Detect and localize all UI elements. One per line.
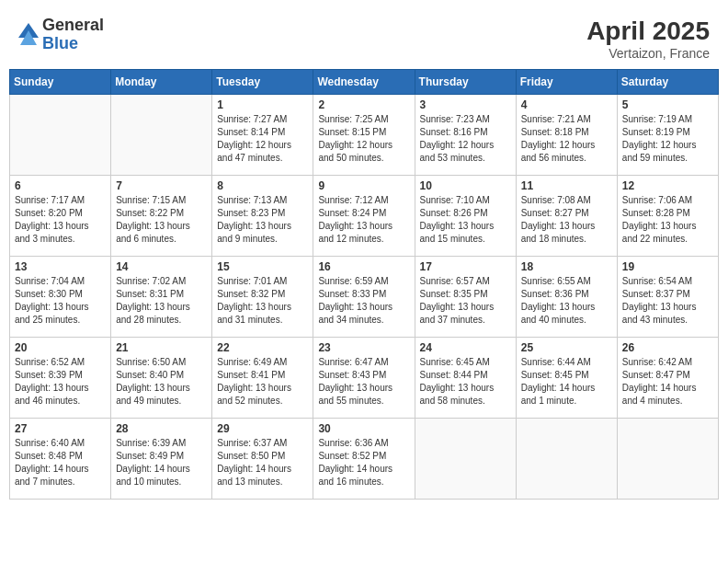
day-detail: Sunrise: 7:25 AMSunset: 8:15 PMDaylight:… [318, 113, 409, 165]
calendar-cell: 1Sunrise: 7:27 AMSunset: 8:14 PMDaylight… [212, 95, 313, 176]
day-number: 2 [318, 98, 409, 111]
day-number: 26 [622, 341, 713, 354]
day-number: 6 [15, 179, 106, 192]
day-detail: Sunrise: 7:21 AMSunset: 8:18 PMDaylight:… [521, 113, 612, 165]
calendar-cell: 16Sunrise: 6:59 AMSunset: 8:33 PMDayligh… [313, 257, 415, 338]
calendar-cell [617, 419, 718, 500]
day-number: 15 [217, 260, 308, 273]
calendar-cell [415, 419, 516, 500]
title-block: April 2025 Vertaizon, France [586, 17, 710, 61]
day-number: 20 [15, 341, 106, 354]
weekday-header-wednesday: Wednesday [313, 70, 415, 95]
day-number: 4 [521, 98, 612, 111]
day-number: 13 [15, 260, 106, 273]
calendar-cell: 20Sunrise: 6:52 AMSunset: 8:39 PMDayligh… [10, 338, 111, 419]
day-detail: Sunrise: 6:52 AMSunset: 8:39 PMDaylight:… [15, 356, 106, 408]
day-number: 21 [116, 341, 207, 354]
day-number: 12 [622, 179, 713, 192]
day-detail: Sunrise: 7:23 AMSunset: 8:16 PMDaylight:… [420, 113, 511, 165]
calendar-week-3: 13Sunrise: 7:04 AMSunset: 8:30 PMDayligh… [10, 257, 719, 338]
day-detail: Sunrise: 7:06 AMSunset: 8:28 PMDaylight:… [622, 194, 713, 246]
calendar-table: SundayMondayTuesdayWednesdayThursdayFrid… [9, 69, 719, 500]
day-detail: Sunrise: 6:55 AMSunset: 8:36 PMDaylight:… [521, 275, 612, 327]
calendar-cell [516, 419, 617, 500]
day-detail: Sunrise: 6:45 AMSunset: 8:44 PMDaylight:… [420, 356, 511, 408]
weekday-header-saturday: Saturday [617, 70, 718, 95]
day-detail: Sunrise: 6:50 AMSunset: 8:40 PMDaylight:… [116, 356, 207, 408]
day-detail: Sunrise: 7:08 AMSunset: 8:27 PMDaylight:… [521, 194, 612, 246]
day-number: 8 [217, 179, 308, 192]
day-number: 16 [318, 260, 409, 273]
calendar-cell: 7Sunrise: 7:15 AMSunset: 8:22 PMDaylight… [111, 176, 212, 257]
day-number: 19 [622, 260, 713, 273]
day-detail: Sunrise: 7:19 AMSunset: 8:19 PMDaylight:… [622, 113, 713, 165]
calendar-header-row: SundayMondayTuesdayWednesdayThursdayFrid… [10, 70, 719, 95]
day-detail: Sunrise: 6:49 AMSunset: 8:41 PMDaylight:… [217, 356, 308, 408]
calendar-cell: 24Sunrise: 6:45 AMSunset: 8:44 PMDayligh… [415, 338, 516, 419]
calendar-cell: 9Sunrise: 7:12 AMSunset: 8:24 PMDaylight… [313, 176, 415, 257]
day-number: 14 [116, 260, 207, 273]
calendar-cell: 10Sunrise: 7:10 AMSunset: 8:26 PMDayligh… [415, 176, 516, 257]
location-subtitle: Vertaizon, France [586, 46, 710, 61]
month-year-title: April 2025 [586, 17, 710, 46]
calendar-cell: 4Sunrise: 7:21 AMSunset: 8:18 PMDaylight… [516, 95, 617, 176]
day-number: 11 [521, 179, 612, 192]
day-detail: Sunrise: 7:15 AMSunset: 8:22 PMDaylight:… [116, 194, 207, 246]
day-detail: Sunrise: 6:37 AMSunset: 8:50 PMDaylight:… [217, 437, 308, 488]
day-number: 18 [521, 260, 612, 273]
calendar-cell: 18Sunrise: 6:55 AMSunset: 8:36 PMDayligh… [516, 257, 617, 338]
calendar-week-1: 1Sunrise: 7:27 AMSunset: 8:14 PMDaylight… [10, 95, 719, 176]
day-number: 3 [420, 98, 511, 111]
day-number: 1 [217, 98, 308, 111]
day-detail: Sunrise: 7:12 AMSunset: 8:24 PMDaylight:… [318, 194, 409, 246]
calendar-cell: 11Sunrise: 7:08 AMSunset: 8:27 PMDayligh… [516, 176, 617, 257]
day-number: 9 [318, 179, 409, 192]
day-detail: Sunrise: 7:13 AMSunset: 8:23 PMDaylight:… [217, 194, 308, 246]
calendar-cell [111, 95, 212, 176]
logo-text: General Blue [42, 17, 104, 53]
calendar-cell: 30Sunrise: 6:36 AMSunset: 8:52 PMDayligh… [313, 419, 415, 500]
day-detail: Sunrise: 6:47 AMSunset: 8:43 PMDaylight:… [318, 356, 409, 408]
day-detail: Sunrise: 7:04 AMSunset: 8:30 PMDaylight:… [15, 275, 106, 327]
calendar-cell: 12Sunrise: 7:06 AMSunset: 8:28 PMDayligh… [617, 176, 718, 257]
calendar-cell: 5Sunrise: 7:19 AMSunset: 8:19 PMDaylight… [617, 95, 718, 176]
calendar-week-5: 27Sunrise: 6:40 AMSunset: 8:48 PMDayligh… [10, 419, 719, 500]
calendar-cell [10, 95, 111, 176]
day-detail: Sunrise: 6:54 AMSunset: 8:37 PMDaylight:… [622, 275, 713, 327]
day-detail: Sunrise: 7:27 AMSunset: 8:14 PMDaylight:… [217, 113, 308, 165]
day-detail: Sunrise: 7:10 AMSunset: 8:26 PMDaylight:… [420, 194, 511, 246]
day-number: 7 [116, 179, 207, 192]
weekday-header-tuesday: Tuesday [212, 70, 313, 95]
calendar-cell: 17Sunrise: 6:57 AMSunset: 8:35 PMDayligh… [415, 257, 516, 338]
day-detail: Sunrise: 7:17 AMSunset: 8:20 PMDaylight:… [15, 194, 106, 246]
calendar-cell: 21Sunrise: 6:50 AMSunset: 8:40 PMDayligh… [111, 338, 212, 419]
day-detail: Sunrise: 6:39 AMSunset: 8:49 PMDaylight:… [116, 437, 207, 488]
day-detail: Sunrise: 7:02 AMSunset: 8:31 PMDaylight:… [116, 275, 207, 327]
day-detail: Sunrise: 6:36 AMSunset: 8:52 PMDaylight:… [318, 437, 409, 488]
logo-general-text: General [42, 17, 104, 35]
calendar-cell: 3Sunrise: 7:23 AMSunset: 8:16 PMDaylight… [415, 95, 516, 176]
calendar-cell: 27Sunrise: 6:40 AMSunset: 8:48 PMDayligh… [10, 419, 111, 500]
day-detail: Sunrise: 7:01 AMSunset: 8:32 PMDaylight:… [217, 275, 308, 327]
calendar-week-2: 6Sunrise: 7:17 AMSunset: 8:20 PMDaylight… [10, 176, 719, 257]
calendar-week-4: 20Sunrise: 6:52 AMSunset: 8:39 PMDayligh… [10, 338, 719, 419]
weekday-header-sunday: Sunday [10, 70, 111, 95]
day-number: 10 [420, 179, 511, 192]
logo-icon [18, 21, 39, 49]
day-detail: Sunrise: 6:42 AMSunset: 8:47 PMDaylight:… [622, 356, 713, 408]
day-number: 25 [521, 341, 612, 354]
day-detail: Sunrise: 6:57 AMSunset: 8:35 PMDaylight:… [420, 275, 511, 327]
weekday-header-thursday: Thursday [415, 70, 516, 95]
logo-blue-text: Blue [42, 35, 104, 53]
day-number: 17 [420, 260, 511, 273]
day-detail: Sunrise: 6:40 AMSunset: 8:48 PMDaylight:… [15, 437, 106, 488]
day-number: 30 [318, 422, 409, 435]
day-detail: Sunrise: 6:44 AMSunset: 8:45 PMDaylight:… [521, 356, 612, 408]
calendar-cell: 23Sunrise: 6:47 AMSunset: 8:43 PMDayligh… [313, 338, 415, 419]
calendar-cell: 19Sunrise: 6:54 AMSunset: 8:37 PMDayligh… [617, 257, 718, 338]
day-number: 24 [420, 341, 511, 354]
day-number: 22 [217, 341, 308, 354]
calendar-cell: 2Sunrise: 7:25 AMSunset: 8:15 PMDaylight… [313, 95, 415, 176]
page-header: General Blue April 2025 Vertaizon, Franc… [9, 9, 719, 65]
day-number: 5 [622, 98, 713, 111]
